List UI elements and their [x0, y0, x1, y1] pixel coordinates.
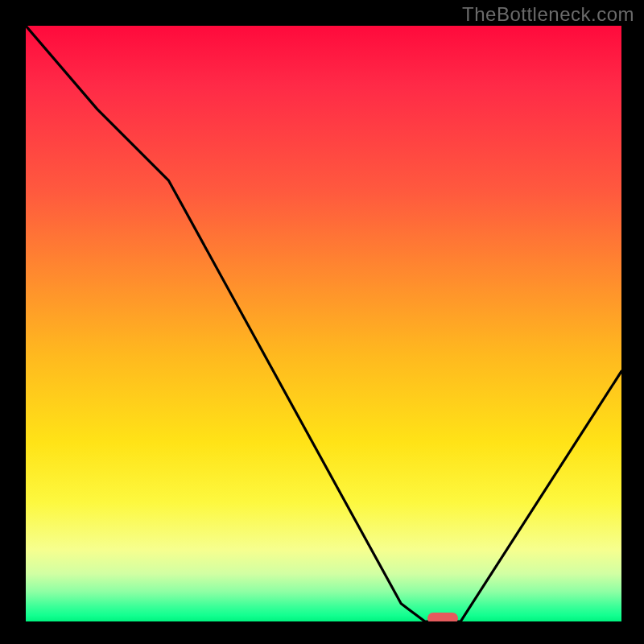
curve-path: [26, 26, 621, 621]
watermark-text: TheBottleneck.com: [462, 3, 634, 26]
bottleneck-curve: [26, 26, 621, 621]
optimum-marker: [427, 613, 458, 621]
chart-frame: TheBottleneck.com: [0, 0, 644, 644]
plot-area: [26, 26, 621, 621]
